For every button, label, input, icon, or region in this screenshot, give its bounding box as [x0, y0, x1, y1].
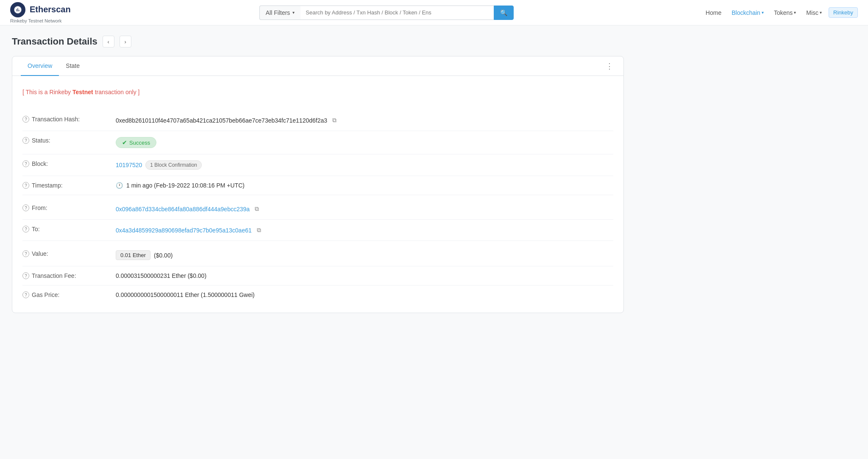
main-nav: Home Blockchain ▾ Tokens ▾ Misc ▾ Rinkeb…: [702, 7, 858, 18]
check-icon: ✔: [122, 139, 127, 146]
tab-menu-button[interactable]: ⋮: [604, 60, 615, 73]
nav-misc[interactable]: Misc ▾: [803, 8, 825, 18]
status-label: ? Status:: [22, 137, 116, 144]
rinkeby-badge[interactable]: Rinkeby: [829, 7, 858, 18]
to-label: ? To:: [22, 226, 116, 232]
blockchain-caret-icon: ▾: [762, 10, 764, 15]
logo-text: Etherscan: [30, 5, 71, 14]
status-help-icon[interactable]: ?: [22, 137, 29, 144]
filter-button[interactable]: All Filters ▾: [259, 6, 301, 20]
prev-button[interactable]: ‹: [103, 36, 114, 48]
block-value: 10197520 1 Block Confirmation: [116, 160, 202, 170]
next-button[interactable]: ›: [120, 36, 131, 48]
from-help-icon[interactable]: ?: [22, 204, 29, 211]
timestamp-value: 🕐 1 min ago (Feb-19-2022 10:08:16 PM +UT…: [116, 182, 245, 189]
card-body: [ This is a Rinkeby Testnet transaction …: [12, 76, 623, 313]
gas-value: 0.0000000001500000011 Ether (1.500000011…: [116, 291, 255, 298]
etherscan-logo-svg: [13, 5, 22, 14]
fee-help-icon[interactable]: ?: [22, 272, 29, 279]
page-title: Transaction Details: [12, 36, 97, 47]
from-value: 0x096a867d334cbe864fa80a886df444a9ebcc23…: [116, 204, 261, 213]
logo-icon: [10, 2, 25, 17]
gas-help-icon[interactable]: ?: [22, 291, 29, 298]
page-title-row: Transaction Details ‹ ›: [12, 36, 624, 48]
from-copy-button[interactable]: ⧉: [253, 204, 261, 213]
tx-hash-value: 0xed8b2610110f4e4707a65ab421ca21057beb66…: [116, 116, 338, 125]
testnet-notice: [ This is a Rinkeby Testnet transaction …: [22, 84, 613, 100]
value-help-icon[interactable]: ?: [22, 250, 29, 257]
block-label: ? Block:: [22, 160, 116, 167]
field-status: ? Status: ✔ Success: [22, 131, 613, 154]
filter-caret-icon: ▾: [292, 10, 295, 15]
search-input[interactable]: [300, 6, 493, 20]
fee-label: ? Transaction Fee:: [22, 272, 116, 279]
field-to: ? To: 0x4a3d4859929a890698efad79c7b0e95a…: [22, 220, 613, 241]
nav-tokens[interactable]: Tokens ▾: [771, 8, 799, 18]
search-input-wrap: All Filters ▾ 🔍: [259, 6, 514, 20]
nav-blockchain[interactable]: Blockchain ▾: [728, 8, 767, 18]
block-number-link[interactable]: 10197520: [116, 162, 142, 168]
gas-label: ? Gas Price:: [22, 291, 116, 298]
block-help-icon[interactable]: ?: [22, 160, 29, 167]
transaction-card: Overview State ⋮ [ This is a Rinkeby Tes…: [12, 56, 624, 313]
from-address-link[interactable]: 0x096a867d334cbe864fa80a886df444a9ebcc23…: [116, 206, 250, 213]
clock-icon: 🕐: [116, 182, 123, 189]
ether-value-badge: 0.01 Ether: [116, 250, 150, 260]
misc-caret-icon: ▾: [820, 10, 822, 15]
logo-link[interactable]: Etherscan: [10, 2, 71, 17]
confirmation-badge: 1 Block Confirmation: [145, 160, 202, 170]
from-label: ? From:: [22, 204, 116, 211]
to-help-icon[interactable]: ?: [22, 226, 29, 232]
tx-hash-help-icon[interactable]: ?: [22, 116, 29, 123]
network-badge: Rinkeby Testnet Network: [10, 18, 71, 23]
value-value: 0.01 Ether ($0.00): [116, 250, 172, 260]
tab-state[interactable]: State: [59, 56, 86, 76]
status-badge: ✔ Success: [116, 137, 156, 148]
field-gas: ? Gas Price: 0.0000000001500000011 Ether…: [22, 285, 613, 304]
tab-overview[interactable]: Overview: [21, 56, 59, 76]
tx-hash-label: ? Transaction Hash:: [22, 116, 116, 123]
to-address-link[interactable]: 0x4a3d4859929a890698efad79c7b0e95a13c0ae…: [116, 227, 252, 234]
fee-value: 0.000031500000231 Ether ($0.00): [116, 272, 206, 279]
filter-label: All Filters: [266, 9, 290, 16]
field-timestamp: ? Timestamp: 🕐 1 min ago (Feb-19-2022 10…: [22, 176, 613, 195]
search-bar: All Filters ▾ 🔍: [71, 6, 702, 20]
timestamp-label: ? Timestamp:: [22, 182, 116, 189]
usd-value: ($0.00): [154, 252, 172, 259]
field-from: ? From: 0x096a867d334cbe864fa80a886df444…: [22, 199, 613, 220]
status-value: ✔ Success: [116, 137, 156, 148]
nav-home[interactable]: Home: [702, 8, 725, 18]
tokens-caret-icon: ▾: [794, 10, 796, 15]
value-label: ? Value:: [22, 250, 116, 257]
search-icon: 🔍: [500, 9, 507, 16]
search-button[interactable]: 🔍: [494, 6, 514, 20]
to-value: 0x4a3d4859929a890698efad79c7b0e95a13c0ae…: [116, 226, 263, 235]
timestamp-help-icon[interactable]: ?: [22, 182, 29, 189]
main-content: Transaction Details ‹ › Overview State ⋮…: [0, 25, 636, 323]
field-tx-hash: ? Transaction Hash: 0xed8b2610110f4e4707…: [22, 110, 613, 131]
tx-hash-copy-button[interactable]: ⧉: [331, 116, 338, 125]
to-copy-button[interactable]: ⧉: [255, 226, 263, 235]
field-block: ? Block: 10197520 1 Block Confirmation: [22, 154, 613, 176]
field-value: ? Value: 0.01 Ether ($0.00): [22, 244, 613, 266]
field-fee: ? Transaction Fee: 0.000031500000231 Eth…: [22, 266, 613, 285]
card-tabs: Overview State ⋮: [12, 56, 623, 76]
